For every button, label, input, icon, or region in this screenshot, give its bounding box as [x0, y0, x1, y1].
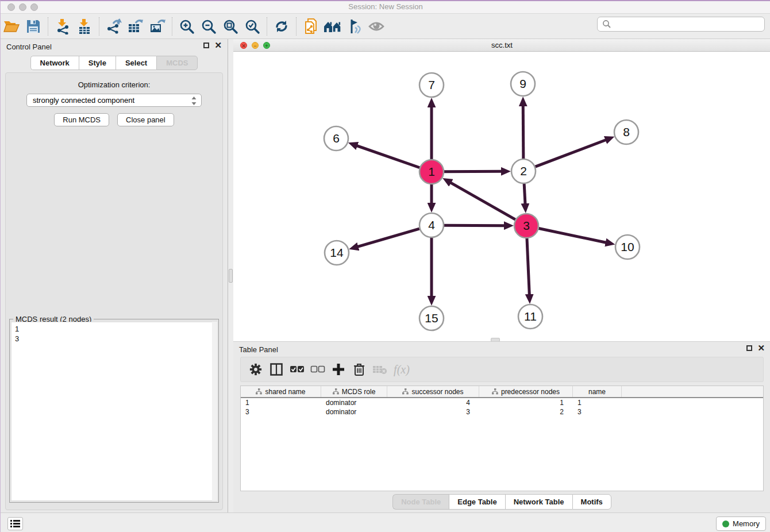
node-11[interactable]: 11 — [518, 304, 542, 329]
table-cell[interactable]: 1 — [479, 398, 573, 407]
export-table-button[interactable] — [125, 16, 147, 37]
duplicate-network-button[interactable] — [300, 16, 322, 37]
table-toolbar: f(x) — [240, 357, 764, 382]
edge-4-14[interactable] — [357, 229, 419, 246]
edge-4-3[interactable] — [444, 225, 505, 226]
table-cell[interactable]: dominator — [321, 398, 387, 407]
delete-columns-button[interactable] — [349, 359, 369, 380]
edge-2-3[interactable] — [524, 184, 525, 204]
select-all-columns-button[interactable] — [287, 359, 307, 380]
table-cell[interactable]: 4 — [387, 398, 479, 407]
table-cell[interactable]: 1 — [573, 398, 622, 407]
node-9[interactable]: 9 — [511, 72, 535, 96]
mcds-result-scrollbar[interactable] — [212, 322, 217, 501]
column-header-shared-name[interactable]: shared name — [241, 386, 321, 397]
search-input[interactable] — [614, 17, 764, 31]
tab-motifs[interactable]: Motifs — [572, 494, 611, 510]
window-minimize-button[interactable] — [19, 3, 26, 11]
table-cell[interactable]: 3 — [387, 407, 479, 417]
window-zoom-button[interactable] — [30, 3, 38, 11]
node-8[interactable]: 8 — [614, 120, 638, 144]
edge-2-8[interactable] — [536, 140, 606, 167]
node-14[interactable]: 14 — [325, 241, 349, 265]
node-3[interactable]: 3 — [514, 214, 538, 238]
table-options-button[interactable] — [245, 359, 266, 380]
criterion-select[interactable]: strongly connected component — [26, 94, 202, 107]
table-row[interactable]: 1dominator411 — [241, 398, 763, 407]
zoom-out-button[interactable] — [198, 16, 220, 37]
close-panel-button[interactable]: Close panel — [117, 113, 174, 126]
node-2[interactable]: 2 — [511, 159, 536, 183]
table-row[interactable]: 3dominator323 — [241, 407, 763, 417]
float-table-panel-icon[interactable] — [746, 345, 752, 351]
vertical-splitter-grip[interactable] — [229, 269, 233, 283]
node-4[interactable]: 4 — [419, 213, 444, 237]
control-panel: Control Panel ✕ NetworkStyleSelectMCDS O… — [1, 39, 228, 512]
column-header-successor-nodes[interactable]: successor nodes — [387, 386, 479, 397]
network-minimize-button[interactable]: − — [252, 42, 259, 49]
zoom-fit-button[interactable] — [220, 16, 241, 37]
edge-2-9[interactable] — [523, 106, 523, 159]
column-header-name[interactable]: name — [573, 386, 622, 397]
close-panel-icon[interactable]: ✕ — [214, 43, 222, 48]
export-image-button[interactable] — [147, 16, 168, 37]
zoom-selected-button[interactable] — [241, 16, 263, 37]
refresh-network-view-button[interactable] — [271, 16, 292, 37]
close-table-panel-icon[interactable]: ✕ — [757, 345, 765, 351]
edge-1-6[interactable] — [357, 146, 419, 168]
edge-3-11[interactable] — [527, 238, 529, 295]
table-cell[interactable]: 3 — [573, 407, 622, 417]
float-panel-icon[interactable] — [203, 43, 209, 48]
show-columns-button[interactable] — [266, 359, 287, 380]
table-cell[interactable]: dominator — [321, 407, 387, 417]
mcds-result-text[interactable]: 1 3 — [11, 322, 217, 501]
network-graph[interactable]: 7968124314101511 — [233, 52, 770, 341]
tab-mcds[interactable]: MCDS — [156, 56, 198, 70]
unselect-all-columns-button[interactable] — [307, 359, 328, 380]
toolbar-separator — [267, 17, 267, 36]
zoom-in-button[interactable] — [176, 16, 198, 37]
delete-table-button[interactable] — [369, 359, 390, 380]
edge-3-1[interactable] — [451, 183, 515, 219]
network-view-window: ✕ − + scc.txt 7968124314101511 — [233, 39, 770, 341]
table-cell[interactable]: 1 — [241, 398, 321, 407]
hide-graphics-details-button[interactable] — [344, 16, 365, 37]
tab-style[interactable]: Style — [79, 56, 116, 70]
column-header-predecessor-nodes[interactable]: predecessor nodes — [479, 386, 573, 397]
add-column-button[interactable] — [328, 359, 349, 380]
svg-text:11: 11 — [524, 310, 537, 323]
save-session-button[interactable] — [22, 16, 44, 37]
network-close-button[interactable]: ✕ — [240, 42, 247, 49]
table-cell[interactable]: 2 — [479, 407, 573, 417]
node-1[interactable]: 1 — [419, 160, 444, 184]
tab-select[interactable]: Select — [116, 56, 156, 70]
import-table-button[interactable] — [74, 16, 95, 37]
node-10[interactable]: 10 — [615, 235, 640, 259]
memory-button[interactable]: Memory — [716, 516, 766, 531]
edge-1-2[interactable] — [444, 171, 502, 172]
column-header-MCDS-role[interactable]: MCDS role — [321, 386, 387, 397]
network-maximize-button[interactable]: + — [263, 42, 270, 49]
export-network-button[interactable] — [103, 16, 125, 37]
tab-edge-table[interactable]: Edge Table — [449, 494, 505, 510]
node-table[interactable]: shared nameMCDS rolesuccessor nodesprede… — [240, 385, 764, 491]
window-close-button[interactable] — [7, 3, 15, 11]
open-session-button[interactable] — [1, 16, 22, 37]
tab-network-table[interactable]: Network Table — [505, 494, 572, 510]
node-6[interactable]: 6 — [324, 126, 348, 151]
function-builder-button[interactable]: f(x) — [390, 359, 411, 380]
import-table-icon — [76, 18, 93, 34]
node-15[interactable]: 15 — [419, 306, 444, 330]
application-window: Session: New Session — [0, 0, 770, 532]
tab-node-table[interactable]: Node Table — [392, 494, 449, 510]
run-mcds-button[interactable]: Run MCDS — [54, 113, 109, 126]
show-graphics-details-button[interactable] — [365, 16, 387, 37]
edge-3-10[interactable] — [539, 229, 606, 243]
tab-network[interactable]: Network — [30, 56, 79, 70]
task-history-button[interactable] — [7, 517, 23, 530]
table-cell[interactable]: 3 — [241, 407, 321, 417]
export-network-icon — [106, 18, 122, 34]
first-neighbors-button[interactable] — [322, 16, 344, 37]
node-7[interactable]: 7 — [419, 73, 444, 97]
import-network-button[interactable] — [52, 16, 74, 37]
